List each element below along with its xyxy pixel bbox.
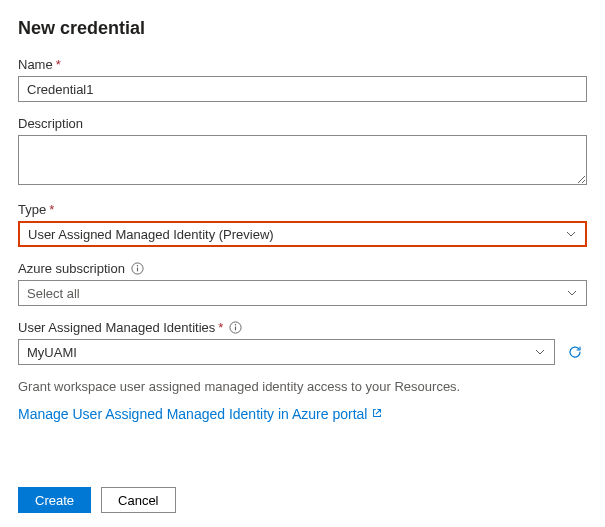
uami-label: User Assigned Managed Identities <box>18 320 215 335</box>
uami-value: MyUAMI <box>27 345 77 360</box>
required-marker: * <box>49 202 54 217</box>
field-description: Description <box>18 116 587 188</box>
create-button[interactable]: Create <box>18 487 91 513</box>
field-uami: User Assigned Managed Identities * MyUAM… <box>18 320 587 365</box>
name-input[interactable] <box>18 76 587 102</box>
cancel-button[interactable]: Cancel <box>101 487 175 513</box>
type-value: User Assigned Managed Identity (Preview) <box>28 227 274 242</box>
required-marker: * <box>218 320 223 335</box>
chevron-down-icon <box>534 346 546 358</box>
link-text: Manage User Assigned Managed Identity in… <box>18 406 367 422</box>
footer-actions: Create Cancel <box>18 487 176 513</box>
svg-point-1 <box>137 265 138 266</box>
name-label: Name <box>18 57 53 72</box>
field-subscription: Azure subscription Select all <box>18 261 587 306</box>
description-input[interactable] <box>18 135 587 185</box>
type-label: Type <box>18 202 46 217</box>
required-marker: * <box>56 57 61 72</box>
subscription-label: Azure subscription <box>18 261 125 276</box>
subscription-value: Select all <box>27 286 80 301</box>
chevron-down-icon <box>566 287 578 299</box>
info-icon[interactable] <box>229 321 242 334</box>
external-link-icon <box>371 406 383 422</box>
chevron-down-icon <box>565 228 577 240</box>
manage-identity-link[interactable]: Manage User Assigned Managed Identity in… <box>18 406 383 422</box>
type-select[interactable]: User Assigned Managed Identity (Preview) <box>18 221 587 247</box>
panel-title: New credential <box>18 18 587 39</box>
svg-rect-5 <box>235 327 236 331</box>
subscription-select[interactable]: Select all <box>18 280 587 306</box>
helper-text: Grant workspace user assigned managed id… <box>18 379 587 394</box>
uami-select[interactable]: MyUAMI <box>18 339 555 365</box>
field-type: Type * User Assigned Managed Identity (P… <box>18 202 587 247</box>
description-label: Description <box>18 116 83 131</box>
info-icon[interactable] <box>131 262 144 275</box>
refresh-button[interactable] <box>563 340 587 364</box>
field-name: Name * <box>18 57 587 102</box>
svg-rect-2 <box>137 268 138 272</box>
svg-point-4 <box>235 324 236 325</box>
